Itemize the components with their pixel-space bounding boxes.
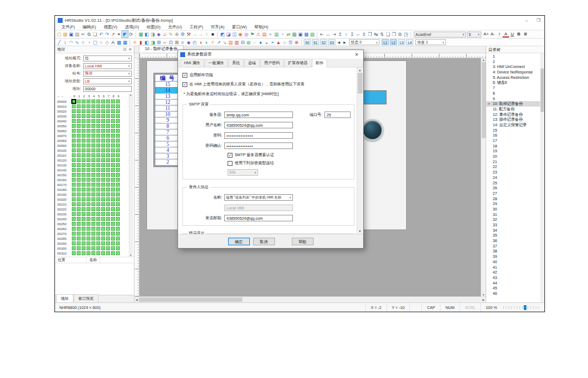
enable-mail-checkbox[interactable]: ✓ bbox=[182, 73, 187, 78]
address-cell[interactable] bbox=[101, 124, 105, 128]
address-cell[interactable] bbox=[111, 104, 115, 108]
address-cell[interactable] bbox=[106, 168, 110, 172]
address-cell[interactable] bbox=[101, 241, 105, 245]
redo-icon[interactable]: ↷ bbox=[104, 31, 110, 38]
dialog-tab-2[interactable]: 系统 bbox=[228, 59, 243, 67]
address-cell[interactable] bbox=[116, 183, 120, 187]
align-top-icon[interactable]: ↥ bbox=[337, 31, 343, 38]
data-transfer-icon[interactable]: ⇄ bbox=[285, 31, 291, 38]
menu-item-1[interactable]: 编辑(E) bbox=[79, 24, 100, 30]
tree-item-24[interactable]: 24 bbox=[486, 175, 540, 181]
address-cell[interactable] bbox=[77, 109, 81, 113]
circle-icon[interactable]: ○ bbox=[80, 39, 86, 46]
font-increase-button[interactable]: A+ bbox=[483, 31, 489, 38]
font-decrease-button[interactable]: A- bbox=[489, 31, 496, 38]
address-cell[interactable] bbox=[101, 227, 105, 231]
address-cell[interactable] bbox=[101, 173, 105, 177]
address-cell[interactable] bbox=[96, 237, 100, 240]
underline-button[interactable]: U bbox=[509, 31, 516, 38]
address-cell[interactable] bbox=[111, 139, 115, 142]
dialog-scroll-thumb[interactable] bbox=[358, 73, 363, 94]
address-cell[interactable] bbox=[96, 193, 100, 196]
address-cell[interactable] bbox=[87, 197, 90, 201]
rectangle-icon[interactable]: ▢ bbox=[92, 39, 98, 46]
save-all-icon[interactable]: ▤ bbox=[74, 31, 80, 38]
address-cell[interactable] bbox=[82, 163, 85, 167]
address-cell[interactable] bbox=[87, 183, 90, 187]
address-cell[interactable] bbox=[111, 251, 115, 255]
address-cell[interactable] bbox=[101, 222, 105, 226]
address-cell[interactable] bbox=[116, 241, 120, 245]
save-file-icon[interactable]: ▣ bbox=[68, 31, 74, 38]
address-cell[interactable] bbox=[77, 246, 81, 250]
smtp-auth-checkbox[interactable]: ✓ bbox=[228, 153, 232, 158]
tree-item-26[interactable]: 26 bbox=[486, 185, 540, 191]
address-cell[interactable] bbox=[91, 139, 95, 142]
tree-item-44[interactable]: 44 bbox=[486, 281, 540, 286]
menu-item-5[interactable]: 元件(U) bbox=[164, 24, 186, 30]
address-cell[interactable] bbox=[87, 129, 90, 133]
address-cell[interactable] bbox=[116, 114, 120, 118]
address-cell[interactable] bbox=[82, 197, 85, 201]
address-cell[interactable] bbox=[77, 158, 81, 162]
tree-item-1[interactable]: 1 bbox=[486, 54, 540, 59]
state-s2-button[interactable]: S2 bbox=[320, 39, 327, 45]
address-cell[interactable] bbox=[87, 173, 90, 177]
address-cell[interactable] bbox=[87, 202, 90, 206]
address-cell[interactable] bbox=[77, 114, 81, 118]
address-cell[interactable] bbox=[87, 193, 90, 196]
copy-icon[interactable]: ⧉ bbox=[86, 31, 92, 38]
tree-item-7[interactable]: 7 bbox=[486, 85, 540, 91]
scroll-up-icon[interactable]: ▲ bbox=[482, 58, 485, 61]
address-cell[interactable] bbox=[87, 114, 90, 118]
address-cell[interactable] bbox=[77, 129, 81, 133]
slider-widget-icon[interactable]: ◓ bbox=[270, 39, 275, 46]
dialog-tab-4[interactable]: 用户密码 bbox=[260, 59, 284, 67]
dialog-tab-3[interactable]: 远端 bbox=[244, 59, 260, 67]
address-cell[interactable] bbox=[72, 197, 76, 201]
address-cell[interactable] bbox=[106, 100, 110, 103]
tree-item-37[interactable]: 37 bbox=[486, 244, 540, 249]
font-manager-icon[interactable]: ▣ bbox=[297, 31, 303, 38]
number-row[interactable]: 13 bbox=[155, 94, 180, 100]
address-cell[interactable] bbox=[77, 163, 81, 167]
address-cell[interactable] bbox=[91, 148, 95, 152]
address-cell[interactable] bbox=[116, 212, 120, 216]
address-cell[interactable] bbox=[91, 114, 95, 118]
address-cell[interactable] bbox=[82, 202, 85, 206]
pointer-icon[interactable]: ▲ bbox=[275, 39, 281, 46]
same-height-icon[interactable]: ⇕ bbox=[361, 31, 367, 38]
address-cell[interactable] bbox=[77, 188, 81, 191]
address-cell[interactable] bbox=[77, 207, 81, 211]
address-cell[interactable] bbox=[91, 197, 95, 201]
address-cell[interactable] bbox=[87, 100, 90, 103]
address-cell[interactable] bbox=[101, 217, 105, 221]
address-cell[interactable] bbox=[101, 144, 105, 147]
address-cell[interactable] bbox=[111, 232, 115, 236]
address-cell[interactable] bbox=[106, 178, 110, 182]
address-cell[interactable] bbox=[77, 241, 81, 245]
address-cell[interactable] bbox=[77, 197, 81, 201]
address-cell[interactable] bbox=[87, 178, 90, 182]
address-cell[interactable] bbox=[111, 168, 115, 172]
hscroll-thumb[interactable] bbox=[139, 298, 242, 302]
address-cell[interactable] bbox=[91, 104, 95, 108]
address-cell[interactable] bbox=[87, 241, 90, 245]
address-cell[interactable] bbox=[111, 178, 115, 182]
macro-editor-icon[interactable]: ✎ bbox=[168, 31, 174, 38]
rotate-icon[interactable]: ⟳ bbox=[128, 31, 134, 38]
address-cell[interactable] bbox=[106, 173, 110, 177]
paste-icon[interactable]: ❏ bbox=[92, 31, 98, 38]
address-cell[interactable] bbox=[77, 212, 81, 216]
address-cell[interactable] bbox=[106, 114, 110, 118]
address-cell[interactable] bbox=[91, 246, 95, 250]
address-cell[interactable] bbox=[91, 158, 95, 162]
combo-button-icon[interactable]: ◆ bbox=[186, 39, 192, 46]
polyline-icon[interactable]: ≀ bbox=[62, 39, 68, 46]
xy-chart-icon[interactable]: ↘ bbox=[222, 39, 228, 46]
link-icon[interactable]: ⊕ bbox=[174, 31, 180, 38]
address-cell[interactable] bbox=[106, 212, 110, 216]
address-cell[interactable] bbox=[82, 207, 85, 211]
address-cell[interactable] bbox=[87, 104, 90, 108]
address-cell[interactable] bbox=[106, 144, 110, 147]
